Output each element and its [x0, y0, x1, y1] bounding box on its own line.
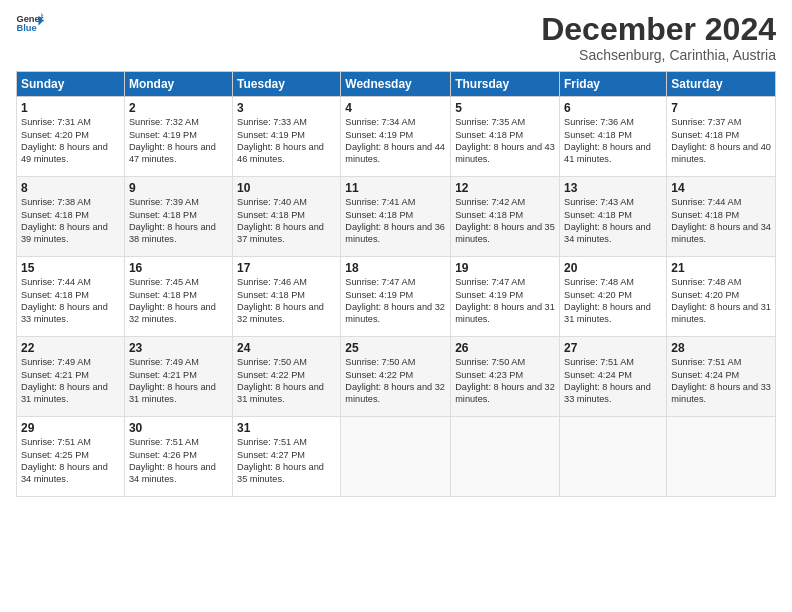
title-section: December 2024 Sachsenburg, Carinthia, Au…	[541, 12, 776, 63]
calendar-week-3: 15Sunrise: 7:44 AMSunset: 4:18 PMDayligh…	[17, 257, 776, 337]
day-number: 20	[564, 261, 662, 275]
day-info: Sunrise: 7:35 AMSunset: 4:18 PMDaylight:…	[455, 117, 555, 164]
col-sunday: Sunday	[17, 72, 125, 97]
day-number: 27	[564, 341, 662, 355]
day-number: 29	[21, 421, 120, 435]
day-info: Sunrise: 7:39 AMSunset: 4:18 PMDaylight:…	[129, 197, 216, 244]
day-number: 21	[671, 261, 771, 275]
day-info: Sunrise: 7:51 AMSunset: 4:27 PMDaylight:…	[237, 437, 324, 484]
day-info: Sunrise: 7:48 AMSunset: 4:20 PMDaylight:…	[564, 277, 651, 324]
calendar-cell: 30Sunrise: 7:51 AMSunset: 4:26 PMDayligh…	[124, 417, 232, 497]
calendar-cell: 25Sunrise: 7:50 AMSunset: 4:22 PMDayligh…	[341, 337, 451, 417]
day-number: 18	[345, 261, 446, 275]
day-info: Sunrise: 7:32 AMSunset: 4:19 PMDaylight:…	[129, 117, 216, 164]
col-thursday: Thursday	[451, 72, 560, 97]
calendar-cell: 3Sunrise: 7:33 AMSunset: 4:19 PMDaylight…	[233, 97, 341, 177]
month-title: December 2024	[541, 12, 776, 47]
day-number: 11	[345, 181, 446, 195]
subtitle: Sachsenburg, Carinthia, Austria	[541, 47, 776, 63]
calendar-cell: 13Sunrise: 7:43 AMSunset: 4:18 PMDayligh…	[560, 177, 667, 257]
day-number: 4	[345, 101, 446, 115]
calendar-cell: 22Sunrise: 7:49 AMSunset: 4:21 PMDayligh…	[17, 337, 125, 417]
calendar-cell	[560, 417, 667, 497]
day-number: 16	[129, 261, 228, 275]
day-info: Sunrise: 7:49 AMSunset: 4:21 PMDaylight:…	[21, 357, 108, 404]
calendar-cell: 21Sunrise: 7:48 AMSunset: 4:20 PMDayligh…	[667, 257, 776, 337]
day-number: 19	[455, 261, 555, 275]
day-info: Sunrise: 7:45 AMSunset: 4:18 PMDaylight:…	[129, 277, 216, 324]
page-container: General Blue December 2024 Sachsenburg, …	[0, 0, 792, 507]
day-number: 6	[564, 101, 662, 115]
col-tuesday: Tuesday	[233, 72, 341, 97]
calendar-cell: 14Sunrise: 7:44 AMSunset: 4:18 PMDayligh…	[667, 177, 776, 257]
day-info: Sunrise: 7:44 AMSunset: 4:18 PMDaylight:…	[21, 277, 108, 324]
calendar-cell	[341, 417, 451, 497]
col-saturday: Saturday	[667, 72, 776, 97]
col-monday: Monday	[124, 72, 232, 97]
calendar-cell: 24Sunrise: 7:50 AMSunset: 4:22 PMDayligh…	[233, 337, 341, 417]
calendar-cell: 18Sunrise: 7:47 AMSunset: 4:19 PMDayligh…	[341, 257, 451, 337]
day-info: Sunrise: 7:41 AMSunset: 4:18 PMDaylight:…	[345, 197, 445, 244]
calendar-cell: 27Sunrise: 7:51 AMSunset: 4:24 PMDayligh…	[560, 337, 667, 417]
day-info: Sunrise: 7:50 AMSunset: 4:22 PMDaylight:…	[237, 357, 324, 404]
calendar-cell: 7Sunrise: 7:37 AMSunset: 4:18 PMDaylight…	[667, 97, 776, 177]
day-info: Sunrise: 7:50 AMSunset: 4:23 PMDaylight:…	[455, 357, 555, 404]
day-number: 12	[455, 181, 555, 195]
day-info: Sunrise: 7:48 AMSunset: 4:20 PMDaylight:…	[671, 277, 771, 324]
calendar-week-5: 29Sunrise: 7:51 AMSunset: 4:25 PMDayligh…	[17, 417, 776, 497]
day-info: Sunrise: 7:44 AMSunset: 4:18 PMDaylight:…	[671, 197, 771, 244]
day-number: 9	[129, 181, 228, 195]
logo: General Blue	[16, 12, 44, 34]
day-number: 8	[21, 181, 120, 195]
calendar-cell	[667, 417, 776, 497]
calendar-cell: 23Sunrise: 7:49 AMSunset: 4:21 PMDayligh…	[124, 337, 232, 417]
calendar-cell: 6Sunrise: 7:36 AMSunset: 4:18 PMDaylight…	[560, 97, 667, 177]
day-number: 15	[21, 261, 120, 275]
day-info: Sunrise: 7:38 AMSunset: 4:18 PMDaylight:…	[21, 197, 108, 244]
day-info: Sunrise: 7:42 AMSunset: 4:18 PMDaylight:…	[455, 197, 555, 244]
calendar-cell: 4Sunrise: 7:34 AMSunset: 4:19 PMDaylight…	[341, 97, 451, 177]
day-info: Sunrise: 7:31 AMSunset: 4:20 PMDaylight:…	[21, 117, 108, 164]
calendar-cell: 15Sunrise: 7:44 AMSunset: 4:18 PMDayligh…	[17, 257, 125, 337]
day-number: 17	[237, 261, 336, 275]
calendar-cell: 31Sunrise: 7:51 AMSunset: 4:27 PMDayligh…	[233, 417, 341, 497]
day-number: 3	[237, 101, 336, 115]
day-number: 10	[237, 181, 336, 195]
calendar-cell: 2Sunrise: 7:32 AMSunset: 4:19 PMDaylight…	[124, 97, 232, 177]
day-number: 1	[21, 101, 120, 115]
day-info: Sunrise: 7:36 AMSunset: 4:18 PMDaylight:…	[564, 117, 651, 164]
svg-text:Blue: Blue	[16, 23, 36, 33]
day-info: Sunrise: 7:51 AMSunset: 4:24 PMDaylight:…	[564, 357, 651, 404]
day-info: Sunrise: 7:43 AMSunset: 4:18 PMDaylight:…	[564, 197, 651, 244]
day-number: 13	[564, 181, 662, 195]
calendar-cell: 1Sunrise: 7:31 AMSunset: 4:20 PMDaylight…	[17, 97, 125, 177]
day-number: 7	[671, 101, 771, 115]
day-info: Sunrise: 7:33 AMSunset: 4:19 PMDaylight:…	[237, 117, 324, 164]
header: General Blue December 2024 Sachsenburg, …	[16, 12, 776, 63]
calendar-cell: 28Sunrise: 7:51 AMSunset: 4:24 PMDayligh…	[667, 337, 776, 417]
day-number: 24	[237, 341, 336, 355]
day-info: Sunrise: 7:51 AMSunset: 4:25 PMDaylight:…	[21, 437, 108, 484]
calendar-week-1: 1Sunrise: 7:31 AMSunset: 4:20 PMDaylight…	[17, 97, 776, 177]
day-info: Sunrise: 7:40 AMSunset: 4:18 PMDaylight:…	[237, 197, 324, 244]
calendar-cell: 20Sunrise: 7:48 AMSunset: 4:20 PMDayligh…	[560, 257, 667, 337]
day-number: 14	[671, 181, 771, 195]
calendar-table: Sunday Monday Tuesday Wednesday Thursday…	[16, 71, 776, 497]
calendar-cell: 29Sunrise: 7:51 AMSunset: 4:25 PMDayligh…	[17, 417, 125, 497]
day-info: Sunrise: 7:50 AMSunset: 4:22 PMDaylight:…	[345, 357, 445, 404]
day-number: 25	[345, 341, 446, 355]
calendar-cell	[451, 417, 560, 497]
col-friday: Friday	[560, 72, 667, 97]
day-number: 5	[455, 101, 555, 115]
day-number: 2	[129, 101, 228, 115]
calendar-week-4: 22Sunrise: 7:49 AMSunset: 4:21 PMDayligh…	[17, 337, 776, 417]
logo-icon: General Blue	[16, 12, 44, 34]
calendar-cell: 16Sunrise: 7:45 AMSunset: 4:18 PMDayligh…	[124, 257, 232, 337]
day-number: 26	[455, 341, 555, 355]
day-info: Sunrise: 7:47 AMSunset: 4:19 PMDaylight:…	[455, 277, 555, 324]
col-wednesday: Wednesday	[341, 72, 451, 97]
calendar-cell: 26Sunrise: 7:50 AMSunset: 4:23 PMDayligh…	[451, 337, 560, 417]
day-number: 28	[671, 341, 771, 355]
day-number: 23	[129, 341, 228, 355]
calendar-cell: 9Sunrise: 7:39 AMSunset: 4:18 PMDaylight…	[124, 177, 232, 257]
